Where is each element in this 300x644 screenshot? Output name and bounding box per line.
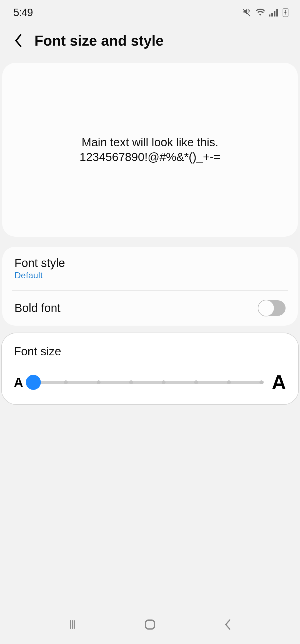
signal-icon [269,8,279,17]
nav-home-button[interactable] [142,616,158,633]
toggle-knob [258,300,274,316]
bold-font-row[interactable]: Bold font [12,290,288,326]
svg-rect-4 [276,9,278,16]
svg-rect-1 [269,14,270,16]
slider-tick [64,380,68,384]
mute-icon [242,8,252,17]
slider-tick [97,380,101,384]
font-size-card: Font size A A [1,333,299,405]
svg-rect-2 [271,13,273,17]
font-size-slider-row: A A [14,371,286,394]
home-icon [143,618,157,631]
status-icons: 6 [242,8,289,17]
svg-rect-7 [146,620,154,629]
slider-ticks [31,381,264,384]
slider-tick [194,380,198,384]
page-title: Font size and style [34,32,164,49]
preview-line-1: Main text will look like this. [82,135,219,150]
nav-back-button[interactable] [219,616,236,633]
font-settings-card: Font style Default Bold font [2,247,298,326]
chevron-left-icon [222,618,233,631]
font-preview-card: Main text will look like this. 123456789… [2,63,298,237]
svg-text:6: 6 [262,9,264,13]
slider-tick [129,380,133,384]
big-a-icon: A [272,371,286,394]
page-header: Font size and style [0,25,300,63]
chevron-left-icon [14,34,23,47]
font-size-slider[interactable] [31,381,264,384]
status-time: 5:49 [13,7,33,19]
font-style-value: Default [14,270,65,281]
slider-thumb[interactable] [26,375,41,390]
nav-recents-button[interactable] [64,616,81,633]
recents-icon [66,619,78,630]
battery-charging-icon [282,8,289,17]
font-style-row[interactable]: Font style Default [2,247,298,290]
preview-line-2: 1234567890!@#%&*()_+-= [79,150,220,165]
slider-tick [259,380,263,384]
bold-font-label: Bold font [14,301,61,315]
svg-rect-3 [274,11,275,17]
font-size-label: Font size [14,345,286,358]
status-bar: 5:49 6 [0,0,300,25]
small-a-icon: A [14,375,23,390]
wifi6-icon: 6 [255,8,266,17]
slider-tick [227,380,231,384]
font-style-label: Font style [14,256,65,270]
slider-tick [162,380,166,384]
system-nav-bar [0,608,300,644]
svg-rect-6 [284,8,287,9]
bold-font-toggle[interactable] [258,300,286,316]
back-button[interactable] [12,34,24,47]
